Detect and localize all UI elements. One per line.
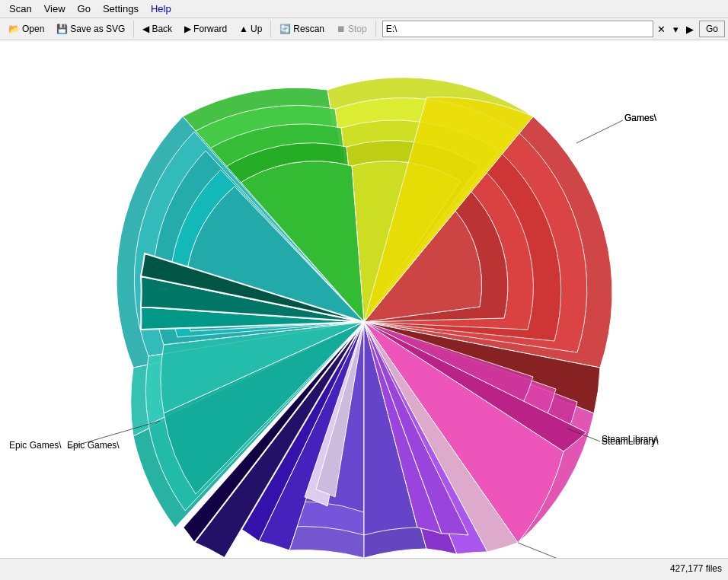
main-content: Games\ Epic Games\ SteamLibrary\ Emulato… <box>0 40 728 558</box>
go-label: Go <box>706 24 718 34</box>
sunburst-chart[interactable]: 361.9 GiB <box>0 40 728 558</box>
forward-button[interactable]: ▶ Forward <box>179 21 232 37</box>
toolbar: 📂 Open 💾 Save as SVG ◀ Back ▶ Forward ▲ … <box>0 18 728 40</box>
games-label: Games\ <box>624 113 656 123</box>
save-icon: 💾 <box>56 24 68 34</box>
menu-go[interactable]: Go <box>72 2 97 16</box>
open-icon: 📂 <box>8 24 20 34</box>
chart-container: Games\ Epic Games\ SteamLibrary\ Emulato… <box>0 40 728 558</box>
address-dropdown-button[interactable]: ▾ <box>669 21 682 37</box>
stop-button[interactable]: ⏹ Stop <box>331 21 372 37</box>
forward-icon: ▶ <box>184 24 191 34</box>
clear-address-button[interactable]: ✕ <box>653 21 669 37</box>
save-svg-button[interactable]: 💾 Save as SVG <box>51 21 130 37</box>
save-label: Save as SVG <box>70 24 125 34</box>
rescan-label: Rescan <box>293 24 324 34</box>
menubar: Scan View Go Settings Help <box>0 0 728 18</box>
menu-view[interactable]: View <box>38 2 72 16</box>
separator-3 <box>375 21 376 37</box>
address-input[interactable] <box>382 21 653 37</box>
rescan-icon: 🔄 <box>279 24 291 34</box>
open-label: Open <box>22 24 44 34</box>
separator-2 <box>270 21 271 37</box>
file-count: 427,177 files <box>670 563 722 574</box>
back-button[interactable]: ◀ Back <box>137 21 177 37</box>
forward-label: Forward <box>193 24 227 34</box>
epicgames-label: Epic Games\ <box>9 440 62 451</box>
menu-help[interactable]: Help <box>145 2 177 16</box>
menu-settings[interactable]: Settings <box>97 2 145 16</box>
stop-label: Stop <box>348 24 367 34</box>
address-go-icon-button[interactable]: ▶ <box>682 21 698 37</box>
address-bar: ✕ ▾ ▶ <box>382 21 698 37</box>
svg-line-2 <box>576 120 623 143</box>
svg-line-5 <box>518 543 571 558</box>
statusbar: 427,177 files <box>0 558 728 578</box>
up-icon: ▲ <box>239 24 248 34</box>
menu-scan[interactable]: Scan <box>3 2 38 16</box>
separator-1 <box>133 21 134 37</box>
back-icon: ◀ <box>142 24 149 34</box>
steamlibrary-label: SteamLibrary\ <box>602 436 659 447</box>
up-label: Up <box>251 24 262 34</box>
up-button[interactable]: ▲ Up <box>234 21 267 37</box>
go-button[interactable]: Go <box>699 21 725 37</box>
rescan-button[interactable]: 🔄 Rescan <box>274 21 330 37</box>
stop-icon: ⏹ <box>337 24 346 34</box>
open-button[interactable]: 📂 Open <box>3 21 49 37</box>
back-label: Back <box>152 24 172 34</box>
